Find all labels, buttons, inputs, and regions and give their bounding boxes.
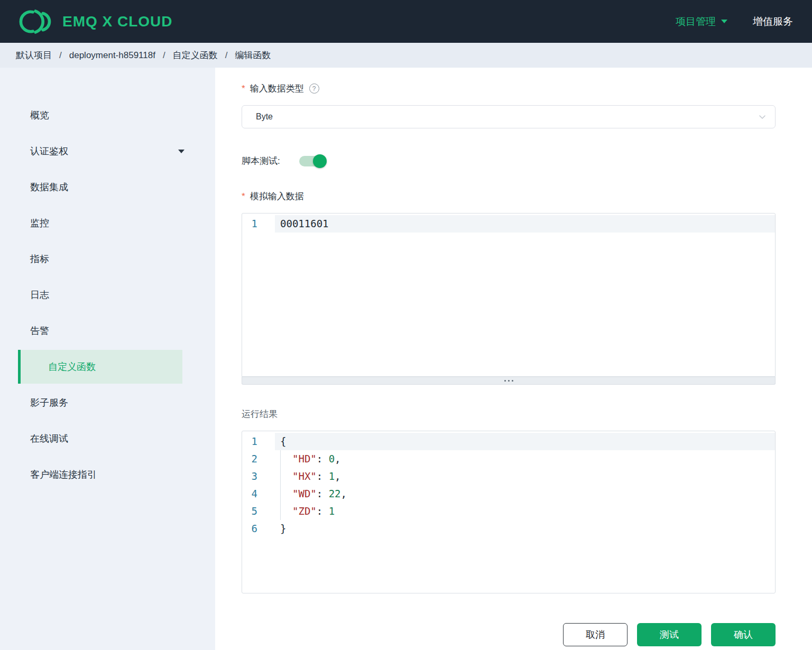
indent-guide xyxy=(280,485,292,503)
line-number: 2 xyxy=(242,450,275,468)
json-colon: : xyxy=(317,453,329,465)
chevron-down-icon xyxy=(721,20,727,23)
input-data-type-label-row: * 输入数据类型 ? xyxy=(242,82,776,95)
project-management-label: 项目管理 xyxy=(676,15,716,29)
confirm-button[interactable]: 确认 xyxy=(711,623,776,646)
form-actions: 取消 测试 确认 xyxy=(242,623,776,646)
indent-guide xyxy=(280,503,292,520)
code-text: "WD": 22, xyxy=(275,485,775,503)
breadcrumb: 默认项目 / deployment-h859118f / 自定义函数 / 编辑函… xyxy=(0,43,812,68)
json-value: 1 xyxy=(329,505,335,517)
sidebar-item-authentication[interactable]: 认证鉴权 xyxy=(0,133,215,169)
json-brace: { xyxy=(280,435,286,447)
sidebar-item-label: 告警 xyxy=(30,324,49,337)
code-text: "ZD": 1 xyxy=(275,503,775,520)
sidebar-item-alerts[interactable]: 告警 xyxy=(0,313,215,349)
code-line: 5 "ZD": 1 xyxy=(242,503,775,520)
editor-resize-handle[interactable] xyxy=(242,377,776,385)
input-data-type-select[interactable]: Byte xyxy=(242,105,776,128)
json-comma: , xyxy=(335,453,340,465)
sidebar-item-label: 在线调试 xyxy=(30,432,68,445)
project-management-menu[interactable]: 项目管理 xyxy=(676,15,727,29)
sidebar-item-overview[interactable]: 概览 xyxy=(0,97,215,133)
emqx-logo-icon[interactable] xyxy=(19,8,54,35)
mock-input-label-row: * 模拟输入数据 xyxy=(242,190,776,202)
sidebar-item-logs[interactable]: 日志 xyxy=(0,277,215,313)
code-line: 6 } xyxy=(242,520,775,537)
json-key: "WD" xyxy=(292,488,317,499)
value-added-services-link[interactable]: 增值服务 xyxy=(753,15,793,29)
line-number: 6 xyxy=(242,520,275,537)
sidebar-item-online-debug[interactable]: 在线调试 xyxy=(0,421,215,457)
json-key: "HD" xyxy=(292,453,317,465)
json-value: 0 xyxy=(329,453,335,465)
cancel-button[interactable]: 取消 xyxy=(563,623,628,646)
help-icon[interactable]: ? xyxy=(309,83,319,94)
breadcrumb-item-custom-functions[interactable]: 自定义函数 xyxy=(173,49,218,61)
toggle-knob xyxy=(313,154,327,168)
sidebar-item-shadow-service[interactable]: 影子服务 xyxy=(0,385,215,421)
code-line: 1 { xyxy=(242,433,775,450)
sidebar-item-label: 监控 xyxy=(30,217,49,229)
breadcrumb-item-deployment[interactable]: deployment-h859118f xyxy=(69,50,155,61)
code-line: 3 "HX": 1, xyxy=(242,468,775,485)
sidebar-item-label: 客户端连接指引 xyxy=(30,468,97,481)
line-number: 4 xyxy=(242,485,275,503)
line-number: 5 xyxy=(242,503,275,520)
indent-guide xyxy=(280,450,292,468)
top-navbar: EMQ X CLOUD 项目管理 增值服务 xyxy=(0,0,812,43)
indent-guide xyxy=(280,468,292,485)
code-text: 00011601 xyxy=(275,215,775,233)
sidebar-item-custom-functions[interactable]: 自定义函数 xyxy=(18,350,182,384)
line-number: 1 xyxy=(242,215,275,233)
json-colon: : xyxy=(317,505,329,517)
input-data-type-value: Byte xyxy=(256,112,273,122)
input-data-type-label: 输入数据类型 xyxy=(250,82,304,95)
page: EMQ X CLOUD 项目管理 增值服务 默认项目 / deployment-… xyxy=(0,0,812,650)
json-comma: , xyxy=(341,488,347,499)
breadcrumb-item-edit-function: 编辑函数 xyxy=(235,49,271,61)
sidebar-item-data-integration[interactable]: 数据集成 xyxy=(0,169,215,205)
code-text: "HX": 1, xyxy=(275,468,775,485)
json-key: "ZD" xyxy=(292,505,317,517)
required-mark: * xyxy=(242,191,245,202)
code-text: "HD": 0, xyxy=(275,450,775,468)
script-test-toggle[interactable] xyxy=(299,156,326,166)
json-value: 1 xyxy=(329,470,335,482)
sidebar-item-monitoring[interactable]: 监控 xyxy=(0,205,215,241)
code-line: 4 "WD": 22, xyxy=(242,485,775,503)
line-number: 3 xyxy=(242,468,275,485)
sidebar-item-client-connection-guide[interactable]: 客户端连接指引 xyxy=(0,457,215,493)
json-value: 22 xyxy=(329,488,341,499)
run-result-editor[interactable]: 1 { 2 "HD": 0, 3 "HX": 1, 4 "WD": 22, 5 xyxy=(242,431,776,593)
test-button[interactable]: 测试 xyxy=(637,623,702,646)
json-comma: , xyxy=(335,470,340,482)
code-line: 1 00011601 xyxy=(242,215,775,233)
script-test-row: 脚本测试: xyxy=(242,155,776,167)
sidebar-item-label: 数据集成 xyxy=(30,181,68,193)
sidebar-item-metrics[interactable]: 指标 xyxy=(0,241,215,277)
breadcrumb-item-project[interactable]: 默认项目 xyxy=(16,49,52,61)
brand-title: EMQ X CLOUD xyxy=(62,13,173,30)
mock-input-label: 模拟输入数据 xyxy=(250,190,304,202)
chevron-down-icon xyxy=(178,150,184,153)
sidebar-item-label: 概览 xyxy=(30,109,49,122)
chevron-down-icon xyxy=(758,113,767,121)
sidebar: 概览 认证鉴权 数据集成 监控 指标 日志 告警 自定义函数 影子服务 在线调试… xyxy=(0,68,215,650)
breadcrumb-separator: / xyxy=(225,50,228,61)
line-number: 1 xyxy=(242,433,275,450)
json-brace: } xyxy=(280,523,286,534)
run-result-label: 运行结果 xyxy=(242,408,776,420)
sidebar-item-label: 指标 xyxy=(30,253,49,265)
code-text: { xyxy=(275,433,775,450)
resize-dots-icon xyxy=(504,380,506,382)
mock-input-editor[interactable]: 1 00011601 xyxy=(242,213,776,377)
required-mark: * xyxy=(242,83,245,94)
json-key: "HX" xyxy=(292,470,317,482)
code-line: 2 "HD": 0, xyxy=(242,450,775,468)
script-test-label: 脚本测试: xyxy=(242,155,280,167)
sidebar-item-label: 日志 xyxy=(30,289,49,301)
json-colon: : xyxy=(317,470,329,482)
sidebar-item-label: 自定义函数 xyxy=(48,360,96,373)
sidebar-item-label: 认证鉴权 xyxy=(30,145,68,157)
